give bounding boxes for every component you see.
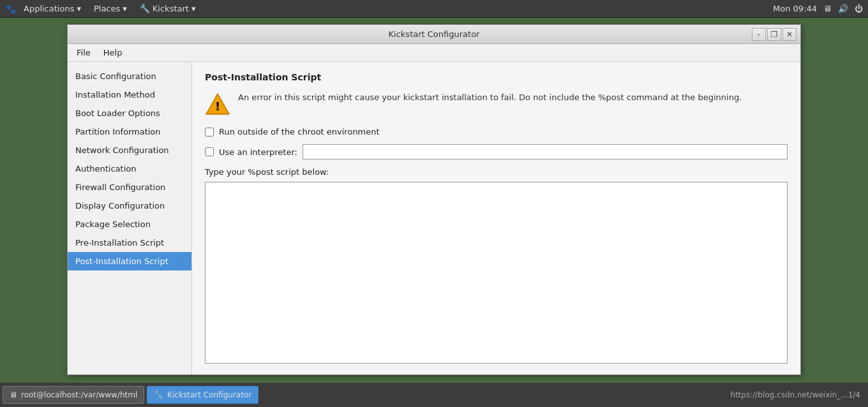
sidebar-item-network-configuration[interactable]: Network Configuration — [68, 141, 191, 159]
file-menu[interactable]: File — [71, 47, 96, 59]
window-content: Basic Configuration Installation Method … — [68, 62, 800, 374]
title-bar: Kickstart Configurator - ❐ ✕ — [68, 25, 800, 44]
applications-menu[interactable]: Applications ▾ — [19, 3, 86, 15]
kickstart-chevron: ▾ — [191, 4, 196, 13]
sidebar-item-display-configuration[interactable]: Display Configuration — [68, 196, 191, 215]
url-text: https://blog.csdn.net/weixin_...1/4 — [730, 390, 865, 399]
script-textarea[interactable] — [205, 182, 788, 364]
run-outside-chroot-checkbox[interactable] — [205, 128, 214, 137]
menu-bar: File Help — [68, 44, 800, 62]
places-menu[interactable]: Places ▾ — [89, 3, 132, 15]
applications-chevron: ▾ — [77, 4, 81, 13]
kickstart-icon: 🔧 — [140, 4, 150, 13]
places-chevron: ▾ — [123, 4, 127, 13]
sidebar-item-authentication[interactable]: Authentication — [68, 159, 191, 178]
section-title: Post-Installation Script — [205, 72, 788, 82]
applications-label: Applications — [24, 4, 74, 13]
use-interpreter-row: Use an interpreter: — [205, 144, 788, 159]
display-icon: 🖥 — [823, 4, 832, 13]
sidebar-item-package-selection[interactable]: Package Selection — [68, 215, 191, 233]
close-button[interactable]: ✕ — [782, 28, 797, 41]
top-taskbar: 🐾 Applications ▾ Places ▾ 🔧 Kickstart ▾ … — [0, 0, 868, 18]
sidebar-item-boot-loader-options[interactable]: Boot Loader Options — [68, 104, 191, 122]
window-title: Kickstart Configurator — [389, 29, 480, 39]
system-icon: 🐾 — [5, 4, 16, 14]
terminal-label: root@localhost:/var/www/html — [21, 390, 137, 399]
kickstart-window: Kickstart Configurator - ❐ ✕ File Help B… — [67, 24, 801, 375]
restore-button[interactable]: ❐ — [767, 28, 781, 41]
script-label: Type your %post script below: — [205, 167, 788, 177]
window-controls: - ❐ ✕ — [752, 28, 797, 41]
terminal-taskbar-btn[interactable]: 🖥 root@localhost:/var/www/html — [3, 386, 144, 404]
clock: Mon 09:44 — [773, 4, 817, 13]
warning-box: ! An error in this script might cause yo… — [205, 91, 788, 117]
interpreter-input[interactable] — [303, 144, 788, 159]
kickstart-taskbar-label: Kickstart Configurator — [167, 390, 251, 399]
places-label: Places — [94, 4, 120, 13]
power-icon: ⏻ — [855, 4, 863, 13]
kickstart-menu[interactable]: 🔧 Kickstart ▾ — [135, 3, 201, 15]
sidebar: Basic Configuration Installation Method … — [68, 62, 192, 374]
bottom-taskbar: 🖥 root@localhost:/var/www/html 🔧 Kicksta… — [0, 383, 868, 407]
sidebar-item-pre-installation-script[interactable]: Pre-Installation Script — [68, 233, 191, 252]
warning-text: An error in this script might cause your… — [238, 91, 742, 104]
sidebar-item-basic-configuration[interactable]: Basic Configuration — [68, 67, 191, 85]
kickstart-label: Kickstart — [153, 4, 189, 13]
svg-text:!: ! — [215, 100, 220, 113]
taskbar-right: Mon 09:44 🖥 🔊 ⏻ — [773, 4, 863, 13]
sidebar-item-post-installation-script[interactable]: Post-Installation Script — [68, 252, 191, 270]
taskbar-left: 🐾 Applications ▾ Places ▾ 🔧 Kickstart ▾ — [5, 3, 200, 15]
use-interpreter-checkbox[interactable] — [205, 147, 214, 156]
warning-icon: ! — [205, 91, 230, 117]
sound-icon: 🔊 — [838, 4, 848, 13]
terminal-icon: 🖥 — [10, 390, 17, 399]
help-menu[interactable]: Help — [98, 47, 128, 59]
main-content: Post-Installation Script ! An error in t… — [192, 62, 800, 374]
sidebar-item-installation-method[interactable]: Installation Method — [68, 85, 191, 104]
kickstart-taskbar-btn[interactable]: 🔧 Kickstart Configurator — [147, 386, 258, 404]
desktop: Kickstart Configurator - ❐ ✕ File Help B… — [0, 18, 868, 383]
run-outside-chroot-row: Run outside of the chroot environment — [205, 127, 788, 137]
sidebar-item-firewall-configuration[interactable]: Firewall Configuration — [68, 178, 191, 196]
use-interpreter-label: Use an interpreter: — [219, 147, 297, 157]
minimize-button[interactable]: - — [752, 28, 766, 41]
kickstart-taskbar-icon: 🔧 — [154, 390, 163, 399]
sidebar-item-partition-information[interactable]: Partition Information — [68, 122, 191, 141]
run-outside-chroot-label: Run outside of the chroot environment — [219, 127, 380, 137]
